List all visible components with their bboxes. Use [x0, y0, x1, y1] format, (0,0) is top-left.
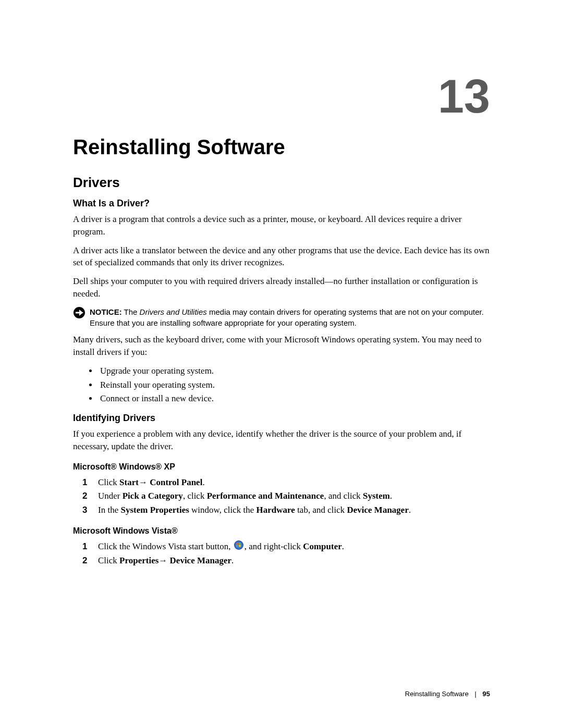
chapter-title: Reinstalling Software	[73, 135, 490, 159]
list-item: Click Start→ Control Panel.	[73, 476, 490, 489]
notice-text-before: The	[122, 307, 140, 316]
svg-rect-1	[76, 312, 80, 313]
list-item: Upgrade your operating system.	[98, 364, 490, 378]
paragraph: Many drivers, such as the keyboard drive…	[73, 334, 490, 359]
numbered-list-vista: Click the Windows Vista start button, , …	[73, 540, 490, 568]
notice-text: NOTICE: The Drivers and Utilities media …	[90, 306, 490, 328]
notice-block: NOTICE: The Drivers and Utilities media …	[73, 306, 490, 328]
notice-label: NOTICE:	[90, 307, 122, 316]
list-item: In the System Properties window, click t…	[73, 503, 490, 517]
bullet-list: Upgrade your operating system. Reinstall…	[73, 364, 490, 405]
paragraph: A driver acts like a translator between …	[73, 244, 490, 269]
heading-windows-vista: Microsoft Windows Vista®	[73, 526, 490, 536]
list-item: Connect or install a new device.	[98, 392, 490, 405]
footer-separator: |	[475, 690, 476, 698]
heading-windows-xp: Microsoft® Windows® XP	[73, 462, 490, 472]
list-item: Click Properties→ Device Manager.	[73, 554, 490, 567]
list-item: Reinstall your operating system.	[98, 378, 490, 392]
numbered-list-xp: Click Start→ Control Panel. Under Pick a…	[73, 476, 490, 517]
notice-italic: Drivers and Utilities	[140, 307, 207, 316]
paragraph: Dell ships your computer to you with req…	[73, 275, 490, 300]
subsection-identifying-drivers: Identifying Drivers	[73, 413, 490, 424]
paragraph: A driver is a program that controls a de…	[73, 213, 490, 238]
footer-page-number: 95	[483, 690, 490, 698]
page-footer: Reinstalling Software | 95	[405, 690, 490, 698]
paragraph: If you experience a problem with any dev…	[73, 428, 490, 453]
windows-vista-start-icon	[234, 540, 243, 554]
notice-icon	[73, 306, 85, 321]
list-item: Under Pick a Category, click Performance…	[73, 489, 490, 503]
subsection-what-is-driver: What Is a Driver?	[73, 198, 490, 209]
chapter-number: 13	[73, 73, 490, 120]
section-title-drivers: Drivers	[73, 175, 490, 191]
footer-title: Reinstalling Software	[405, 690, 469, 698]
list-item: Click the Windows Vista start button, , …	[73, 540, 490, 554]
